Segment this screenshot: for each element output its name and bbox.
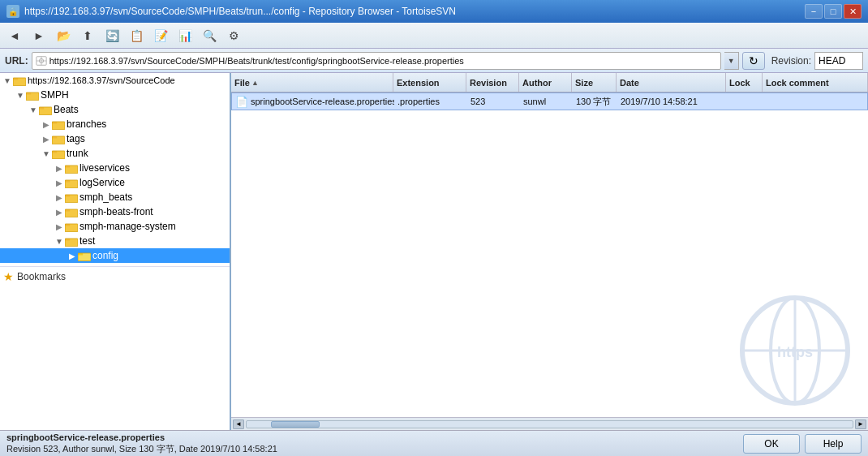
- table-row[interactable]: 📄 springbootService-release.properties .…: [231, 92, 868, 110]
- tree-label-smph: SMPH: [41, 89, 69, 101]
- file-revision: 523: [471, 97, 485, 106]
- tree-expand-test: ▼: [54, 235, 65, 247]
- file-size: 130 字节: [576, 96, 611, 108]
- col-header-author[interactable]: Author: [519, 73, 572, 92]
- back-button[interactable]: ◄: [3, 25, 26, 46]
- folder-icon-test: [65, 235, 78, 247]
- window-title: https://192.168.3.97/svn/SourceCode/SMPH…: [24, 6, 805, 17]
- col-header-revision[interactable]: Revision: [466, 73, 519, 92]
- file-cell-size: 130 字节: [573, 96, 617, 108]
- col-lockcomment-label: Lock comment: [766, 78, 829, 88]
- folder-icon-branches: [52, 118, 65, 130]
- scroll-right-button[interactable]: ►: [855, 419, 866, 429]
- close-button[interactable]: ✕: [844, 4, 862, 19]
- folder-icon-liveservices: [65, 162, 78, 174]
- toolbar-btn-8[interactable]: ⚙: [222, 25, 245, 46]
- scroll-left-button[interactable]: ◄: [233, 419, 244, 429]
- tree-node-branches[interactable]: ▶ branches: [0, 117, 230, 131]
- tree-node-smph-manage-system[interactable]: ▶ smph-manage-system: [0, 219, 230, 234]
- tree-expand-branches: ▶: [41, 118, 52, 130]
- toolbar-btn-6[interactable]: 📊: [174, 25, 196, 46]
- toolbar-btn-7[interactable]: 🔍: [198, 25, 221, 46]
- toolbar-btn-2[interactable]: ⬆: [76, 25, 99, 46]
- toolbar-btn-4[interactable]: 📋: [125, 25, 148, 46]
- file-author: sunwl: [523, 97, 546, 106]
- folder-icon-smph-manage-system: [65, 221, 78, 232]
- status-buttons: OK Help: [743, 434, 862, 454]
- col-date-label: Date: [620, 78, 639, 88]
- tree-node-trunk[interactable]: ▼ trunk: [0, 146, 230, 161]
- tree-label-config: config: [92, 250, 118, 261]
- tree-node-beats[interactable]: ▼ Beats: [0, 102, 230, 117]
- file-cell-date: 2019/7/10 14:58:21: [617, 97, 727, 106]
- tree-node-config[interactable]: ▶ config: [0, 248, 230, 263]
- maximize-button[interactable]: □: [824, 4, 842, 19]
- svg-rect-29: [65, 194, 70, 196]
- tree-label-root: https://192.168.3.97/svn/SourceCode: [28, 75, 175, 85]
- tree-node-logservice[interactable]: ▶ logService: [0, 175, 230, 190]
- revision-label: Revision:: [771, 55, 811, 67]
- help-button[interactable]: Help: [805, 434, 862, 454]
- tree-node-smph-beats-front[interactable]: ▶ smph-beats-front: [0, 204, 230, 219]
- tree-expand-logservice: ▶: [54, 177, 65, 188]
- tree-node-test[interactable]: ▼ test: [0, 234, 230, 248]
- revision-input[interactable]: [814, 52, 863, 70]
- tree-label-tags: tags: [67, 133, 85, 144]
- file-table-body: 📄 springbootService-release.properties .…: [231, 92, 868, 417]
- tree-label-trunk: trunk: [67, 148, 88, 159]
- folder-icon-trunk: [52, 148, 65, 159]
- col-header-lock[interactable]: Lock: [726, 73, 763, 92]
- ok-button[interactable]: OK: [743, 434, 800, 454]
- title-bar: 🔒 https://192.168.3.97/svn/SourceCode/SM…: [0, 0, 868, 23]
- col-file-label: File: [234, 78, 250, 88]
- col-size-label: Size: [575, 78, 593, 88]
- tree-label-smph-beats-front: smph-beats-front: [79, 206, 153, 217]
- window-controls: − □ ✕: [805, 4, 862, 19]
- bookmarks-row[interactable]: ★ Bookmarks: [0, 266, 230, 286]
- scroll-track[interactable]: [246, 420, 853, 428]
- toolbar-btn-3[interactable]: 🔄: [101, 25, 123, 46]
- scroll-thumb[interactable]: [271, 421, 320, 428]
- tree-expand-smph-beats: ▶: [54, 191, 65, 203]
- col-header-extension[interactable]: Extension: [393, 73, 466, 92]
- file-icon: 📄: [235, 96, 248, 108]
- minimize-button[interactable]: −: [805, 4, 823, 19]
- refresh-button[interactable]: ↻: [742, 52, 765, 70]
- forward-button[interactable]: ►: [28, 25, 50, 46]
- col-header-date[interactable]: Date: [617, 73, 726, 92]
- tree-node-smph[interactable]: ▼ SMPH: [0, 88, 230, 102]
- col-lock-label: Lock: [729, 78, 750, 88]
- horizontal-scrollbar[interactable]: ◄ ►: [231, 417, 868, 430]
- tree-expand-smph-manage-system: ▶: [54, 221, 65, 232]
- tree-node-root[interactable]: ▼ https://192.168.3.97/svn/SourceCode: [0, 73, 230, 88]
- col-rev-label: Revision: [470, 78, 507, 88]
- svg-rect-32: [65, 209, 70, 211]
- col-header-file[interactable]: File ▲: [231, 73, 393, 92]
- main-content: ▼ https://192.168.3.97/svn/SourceCode ▼ …: [0, 73, 868, 430]
- svg-rect-11: [39, 106, 44, 109]
- svg-rect-20: [52, 150, 57, 153]
- tree-node-liveservices[interactable]: ▶ liveservices: [0, 161, 230, 175]
- col-author-label: Author: [522, 78, 552, 88]
- tree-expand-config: ▶: [67, 250, 78, 261]
- col-header-lock-comment[interactable]: Lock comment: [763, 73, 868, 92]
- tree-node-smph-beats[interactable]: ▶ smph_beats: [0, 190, 230, 204]
- toolbar-btn-5[interactable]: 📝: [149, 25, 172, 46]
- folder-icon-smph: [26, 89, 39, 101]
- tree-label-logservice: logService: [79, 177, 125, 188]
- svg-rect-14: [52, 121, 57, 123]
- status-info: springbootService-release.properties Rev…: [6, 432, 277, 455]
- tree-node-tags[interactable]: ▶ tags: [0, 131, 230, 146]
- url-input[interactable]: [49, 56, 717, 66]
- tree-expand-beats: ▼: [28, 104, 39, 115]
- tree-label-smph-beats: smph_beats: [79, 191, 132, 203]
- toolbar-btn-1[interactable]: 📂: [52, 25, 75, 46]
- file-cell-name: 📄 springbootService-release.properties: [232, 96, 394, 108]
- file-extension: .properties: [397, 97, 440, 106]
- svg-rect-35: [65, 223, 70, 226]
- url-input-wrap: [32, 52, 721, 70]
- svg-rect-23: [65, 165, 70, 167]
- col-header-size[interactable]: Size: [572, 73, 617, 92]
- svg-rect-17: [52, 136, 57, 138]
- url-dropdown-button[interactable]: ▼: [724, 52, 739, 70]
